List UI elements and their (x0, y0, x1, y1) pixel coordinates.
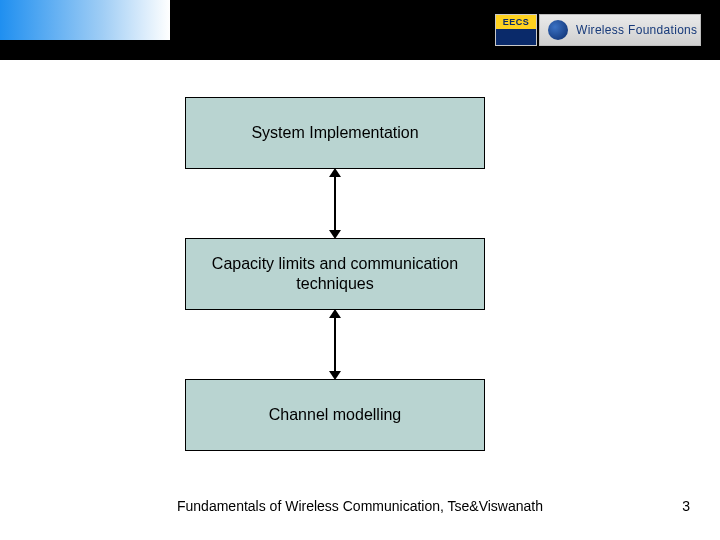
footer-title: Fundamentals of Wireless Communication, … (0, 498, 720, 514)
diagram-box-label: Capacity limits and communication techni… (196, 254, 474, 294)
page-number: 3 (682, 498, 690, 514)
arrowhead-up-icon (329, 168, 341, 177)
globe-icon (548, 20, 568, 40)
header-band: EECS Wireless Foundations (0, 0, 720, 60)
header-gradient (0, 0, 170, 40)
wireless-foundations-logo: Wireless Foundations (539, 14, 701, 46)
wireless-foundations-label: Wireless Foundations (576, 23, 697, 37)
diagram-box-label: Channel modelling (269, 405, 402, 425)
arrowhead-up-icon (329, 309, 341, 318)
diagram-box-channel-modelling: Channel modelling (185, 379, 485, 451)
diagram-box-capacity-limits: Capacity limits and communication techni… (185, 238, 485, 310)
diagram-box-label: System Implementation (251, 123, 418, 143)
eecs-logo-label: EECS (496, 15, 536, 29)
double-arrow-icon (334, 175, 336, 232)
eecs-logo: EECS (495, 14, 537, 46)
diagram-box-system-implementation: System Implementation (185, 97, 485, 169)
double-arrow-icon (334, 316, 336, 373)
logo-group: EECS Wireless Foundations (495, 14, 701, 46)
